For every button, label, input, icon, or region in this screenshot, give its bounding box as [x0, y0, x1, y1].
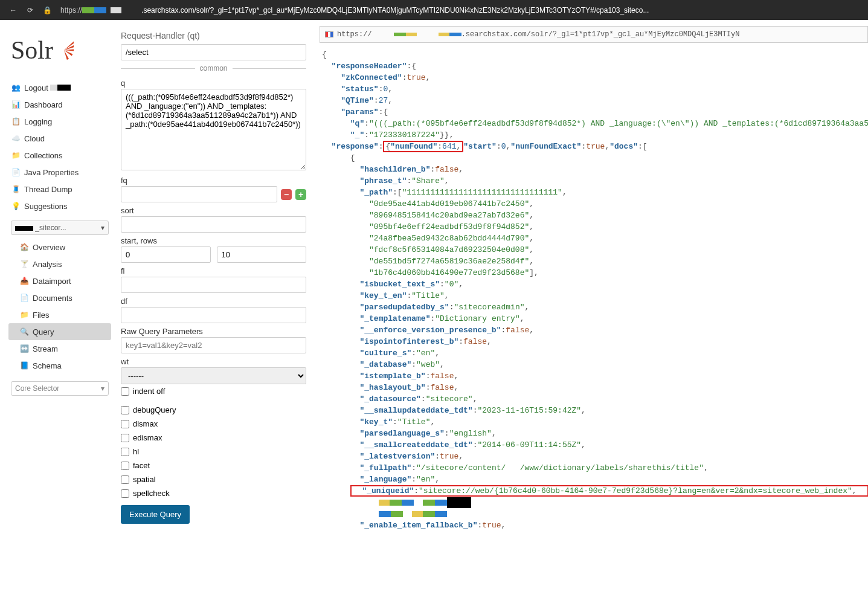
qt-input[interactable] [121, 44, 306, 60]
stream-link[interactable]: ↔️Stream [8, 340, 111, 357]
analysis-icon: 🍸 [19, 259, 29, 269]
schema-link[interactable]: 📘Schema [8, 357, 111, 374]
query-link[interactable]: 🔍Query [8, 323, 111, 340]
wt-select[interactable]: ------ [121, 367, 306, 384]
refresh-button[interactable]: ⟳ [22, 2, 39, 19]
indent-checkbox[interactable] [121, 387, 129, 396]
files-link[interactable]: 📁Files [8, 306, 111, 323]
execute-query-button[interactable]: Execute Query [121, 505, 190, 524]
results-panel: https:// .searchstax.com/solr/?_gl=1*pt1… [313, 26, 868, 612]
dataimport-link[interactable]: 📥Dataimport [8, 272, 111, 289]
df-input[interactable] [121, 307, 306, 323]
collections-icon: 📁 [11, 150, 21, 160]
wt-label: wt [121, 357, 306, 366]
analysis-link[interactable]: 🍸Analysis [8, 256, 111, 272]
add-fq-button[interactable]: + [295, 189, 306, 200]
bulb-icon: 💡 [11, 201, 21, 211]
json-response[interactable]: { "responseHeader":{ "zkConnected":true,… [320, 43, 868, 543]
fl-label: fl [121, 266, 306, 275]
back-button[interactable]: ← [5, 2, 22, 19]
lock-icon: 🔒 [39, 2, 56, 19]
chevron-down-icon: ▾ [101, 224, 104, 232]
thread-dump-link[interactable]: 🧵Thread Dump [8, 181, 111, 198]
facet-checkbox[interactable] [121, 462, 129, 470]
raw-input[interactable] [121, 337, 306, 353]
spatial-checkbox[interactable] [121, 475, 129, 484]
q-label: q [121, 79, 306, 88]
result-url-bar[interactable]: https:// .searchstax.com/solr/?_gl=1*pt1… [320, 26, 868, 43]
fq-label: fq [121, 176, 306, 185]
query-form: Request-Handler (qt) common q fq − + sor… [111, 26, 313, 612]
suggestions-link[interactable]: 💡Suggestions [8, 198, 111, 214]
java-properties-link[interactable]: 📄Java Properties [8, 164, 111, 181]
start-input[interactable] [121, 246, 211, 263]
sidebar: Solr 👥Logout 📊Dashboard 📋Logging ☁️Cloud… [8, 26, 111, 612]
search-icon: 🔍 [19, 327, 29, 337]
dataimport-icon: 📥 [19, 276, 29, 286]
raw-label: Raw Query Parameters [121, 327, 306, 336]
debugquery-checkbox[interactable] [121, 406, 129, 414]
dashboard-link[interactable]: 📊Dashboard [8, 96, 111, 113]
indent-label: indent off [133, 387, 165, 396]
startrows-label: start, rows [121, 236, 306, 245]
address-bar[interactable]: https:// .searchstax.com/solr/?_gl=1*pt1… [56, 6, 863, 14]
home-icon: 🏠 [19, 242, 29, 252]
collections-link[interactable]: 📁Collections [8, 147, 111, 164]
schema-icon: 📘 [19, 361, 29, 370]
browser-chrome: ← ⟳ 🔒 https:// .searchstax.com/solr/?_gl… [0, 0, 868, 20]
df-label: df [121, 297, 306, 306]
overview-link[interactable]: 🏠Overview [8, 239, 111, 256]
common-legend: common [121, 64, 306, 72]
fl-input[interactable] [121, 277, 306, 293]
logout-link[interactable]: 👥Logout [8, 79, 111, 96]
solr-logo: Solr [8, 26, 111, 79]
rows-input[interactable] [217, 246, 307, 263]
q-input[interactable] [121, 89, 306, 170]
logging-link[interactable]: 📋Logging [8, 113, 111, 130]
qt-label: Request-Handler (qt) [121, 31, 306, 40]
logging-icon: 📋 [11, 117, 21, 126]
core-selector-dropdown[interactable]: Core Selector ▾ [11, 381, 109, 396]
dismax-checkbox[interactable] [121, 420, 129, 428]
remove-fq-button[interactable]: − [281, 189, 292, 200]
edismax-checkbox[interactable] [121, 434, 129, 442]
java-icon: 📄 [11, 167, 21, 177]
solr-swirl-icon [54, 40, 74, 60]
files-icon: 📁 [19, 310, 29, 320]
chevron-down-icon: ▾ [101, 384, 104, 393]
sort-label: sort [121, 206, 306, 215]
cloud-icon: ☁️ [11, 134, 21, 143]
users-icon: 👥 [11, 83, 21, 92]
documents-icon: 📄 [19, 293, 29, 303]
thread-icon: 🧵 [11, 184, 21, 194]
cloud-link[interactable]: ☁️Cloud [8, 130, 111, 147]
flag-icon [325, 31, 333, 37]
stream-icon: ↔️ [19, 344, 29, 353]
spellcheck-checkbox[interactable] [121, 489, 129, 498]
collection-dropdown[interactable]: _sitecor... ▾ [11, 221, 109, 235]
documents-link[interactable]: 📄Documents [8, 289, 111, 306]
fq-input[interactable] [121, 186, 277, 202]
sort-input[interactable] [121, 216, 306, 233]
hl-checkbox[interactable] [121, 448, 129, 456]
dashboard-icon: 📊 [11, 100, 21, 109]
